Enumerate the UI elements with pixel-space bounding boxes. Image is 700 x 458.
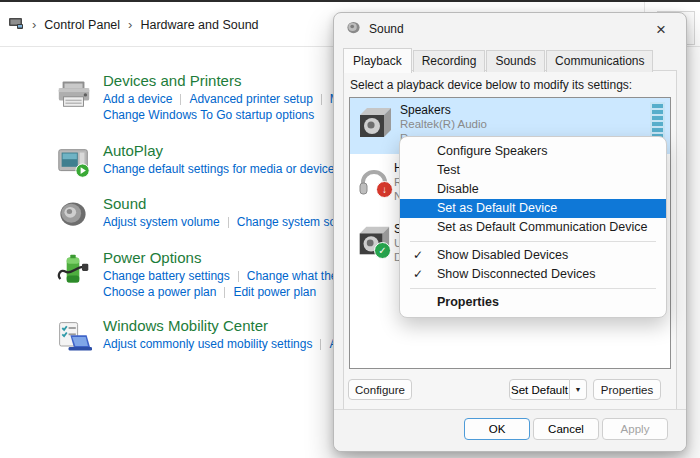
link-divider (320, 339, 321, 350)
menu-separator (410, 241, 656, 242)
menu-item-label: Show Disabled Devices (437, 248, 568, 262)
check-icon: ✓ (413, 246, 423, 265)
autoplay-icon[interactable] (55, 142, 103, 186)
set-default-split-button: Set Default ▼ (509, 379, 587, 400)
close-icon[interactable]: × (650, 18, 672, 40)
section-power-options: Power Options Change battery settings Ch… (55, 249, 351, 301)
properties-button[interactable]: Properties (593, 379, 661, 400)
link-divider (180, 94, 181, 105)
down-arrow-glyph: ↓ (382, 185, 387, 195)
link-divider (238, 271, 239, 282)
check-icon: ✓ (413, 265, 423, 284)
menu-item-show-disconnected-devices[interactable]: ✓ Show Disconnected Devices (400, 265, 666, 284)
link-row: Add a device Advanced printer setup M (103, 92, 340, 107)
breadcrumb-hardware-and-sound[interactable]: Hardware and Sound (140, 18, 258, 32)
menu-separator (410, 288, 656, 289)
section-body: Power Options Change battery settings Ch… (103, 249, 348, 301)
menu-item-label: Show Disconnected Devices (437, 267, 595, 281)
link-divider (321, 94, 322, 105)
link-row: Adjust commonly used mobility settings A… (103, 337, 344, 352)
section-body: Windows Mobility Center Adjust commonly … (103, 317, 344, 359)
mobility-center-icon[interactable] (55, 317, 103, 359)
disconnected-badge-icon: ↓ (376, 181, 393, 198)
printer-icon[interactable] (55, 72, 103, 124)
menu-item-set-as-default-device[interactable]: Set as Default Device (400, 199, 666, 218)
link-edit-power-plan[interactable]: Edit power plan (233, 285, 316, 300)
tab-recording[interactable]: Recording (413, 50, 486, 72)
section-body: Devices and Printers Add a device Advanc… (103, 72, 340, 124)
speaker-device-icon: ✓ (354, 220, 396, 264)
link-change-windows-to-go[interactable]: Change Windows To Go startup options (103, 108, 314, 123)
menu-item-set-as-default-communication-device[interactable]: Set as Default Communication Device (400, 218, 666, 237)
link-row: Change battery settings Change what the … (103, 269, 348, 284)
link-row: Adjust system volume Change system soun (103, 215, 349, 230)
link-divider (228, 217, 229, 228)
cancel-button[interactable]: Cancel (533, 418, 599, 440)
section-body: Sound Adjust system volume Change system… (103, 195, 349, 237)
apply-button[interactable]: Apply (602, 418, 668, 440)
power-options-title[interactable]: Power Options (103, 249, 348, 266)
link-change-battery-settings[interactable]: Change battery settings (103, 269, 230, 284)
link-divider (224, 287, 225, 298)
link-change-default-settings[interactable]: Change default settings for media or dev… (103, 162, 340, 177)
ok-button[interactable]: OK (464, 418, 530, 440)
autoplay-title[interactable]: AutoPlay (103, 142, 340, 159)
sound-title[interactable]: Sound (103, 195, 349, 212)
windows-mobility-center-title[interactable]: Windows Mobility Center (103, 317, 344, 334)
playback-prompt: Select a playback device below to modify… (350, 78, 632, 92)
menu-item-show-disabled-devices[interactable]: ✓ Show Disabled Devices (400, 246, 666, 265)
section-windows-mobility-center: Windows Mobility Center Adjust commonly … (55, 317, 351, 359)
devices-small-icon (8, 16, 24, 33)
breadcrumb-separator: › (32, 17, 36, 32)
tab-playback[interactable]: Playback (343, 48, 412, 73)
set-default-button[interactable]: Set Default (509, 379, 570, 400)
dialog-titlebar: Sound × (334, 13, 686, 45)
check-glyph: ✓ (378, 246, 386, 256)
section-body: AutoPlay Change default settings for med… (103, 142, 340, 186)
devices-and-printers-title[interactable]: Devices and Printers (103, 72, 340, 89)
menu-item-configure-speakers[interactable]: Configure Speakers (400, 142, 666, 161)
section-autoplay: AutoPlay Change default settings for med… (55, 142, 351, 186)
control-panel-sections: Devices and Printers Add a device Advanc… (55, 72, 351, 359)
menu-item-properties[interactable]: Properties (400, 293, 666, 312)
link-adjust-system-volume[interactable]: Adjust system volume (103, 215, 220, 230)
device-context-menu: Configure Speakers Test Disable Set as D… (399, 136, 667, 318)
device-name: Speakers (400, 103, 487, 117)
tab-strip: Playback Recording Sounds Communications (343, 47, 654, 72)
menu-item-disable[interactable]: Disable (400, 180, 666, 199)
link-row: Change Windows To Go startup options (103, 108, 340, 123)
dialog-footer: OK Cancel Apply (334, 409, 686, 451)
link-add-a-device[interactable]: Add a device (103, 92, 172, 107)
set-default-dropdown-arrow-icon[interactable]: ▼ (570, 379, 587, 400)
tab-communications[interactable]: Communications (546, 50, 653, 72)
speaker-round-icon[interactable] (55, 195, 103, 237)
configure-button[interactable]: Configure (348, 379, 412, 400)
section-devices-and-printers: Devices and Printers Add a device Advanc… (55, 72, 351, 124)
headphones-device-icon: ↓ (354, 159, 396, 205)
default-device-badge-icon: ✓ (374, 242, 391, 259)
menu-item-test[interactable]: Test (400, 161, 666, 180)
link-row: Choose a power plan Edit power plan (103, 285, 348, 300)
link-adjust-mobility-settings[interactable]: Adjust commonly used mobility settings (103, 337, 312, 352)
breadcrumb: › Control Panel › Hardware and Sound (8, 16, 259, 33)
tab-sounds[interactable]: Sounds (486, 50, 545, 72)
battery-icon[interactable] (55, 249, 103, 301)
link-row: Change default settings for media or dev… (103, 162, 340, 177)
link-choose-a-power-plan[interactable]: Choose a power plan (103, 285, 216, 300)
dialog-title: Sound (369, 22, 404, 36)
sound-dialog-icon (346, 20, 361, 38)
link-advanced-printer-setup[interactable]: Advanced printer setup (189, 92, 312, 107)
breadcrumb-control-panel[interactable]: Control Panel (44, 18, 120, 32)
screen: › Control Panel › Hardware and Sound Dev… (0, 0, 700, 458)
breadcrumb-separator: › (128, 17, 132, 32)
device-detail: Realtek(R) Audio (400, 117, 487, 131)
speaker-device-icon (354, 101, 396, 147)
section-sound: Sound Adjust system volume Change system… (55, 195, 351, 237)
